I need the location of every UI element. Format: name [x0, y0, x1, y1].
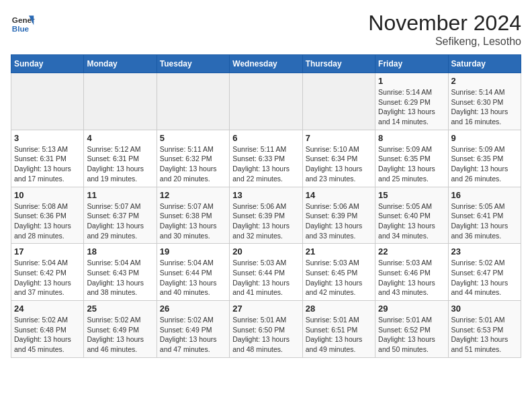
calendar-day-cell: 6Sunrise: 5:11 AMSunset: 6:33 PMDaylight…: [230, 130, 302, 187]
day-info: Sunrise: 5:09 AMSunset: 6:35 PMDaylight:…: [378, 144, 445, 184]
day-number: 27: [232, 304, 299, 314]
day-info: Sunrise: 5:07 AMSunset: 6:38 PMDaylight:…: [160, 201, 226, 241]
calendar-day-cell: 18Sunrise: 5:04 AMSunset: 6:43 PMDayligh…: [84, 244, 157, 301]
day-number: 17: [14, 246, 81, 257]
day-info: Sunrise: 5:03 AMSunset: 6:45 PMDaylight:…: [306, 258, 372, 298]
day-number: 25: [87, 304, 153, 314]
calendar-day-cell: 14Sunrise: 5:06 AMSunset: 6:39 PMDayligh…: [302, 187, 375, 244]
day-info: Sunrise: 5:10 AMSunset: 6:34 PMDaylight:…: [306, 144, 372, 184]
calendar-day-cell: 23Sunrise: 5:02 AMSunset: 6:47 PMDayligh…: [448, 244, 521, 301]
day-number: 6: [232, 133, 299, 143]
calendar-day-cell: 17Sunrise: 5:04 AMSunset: 6:42 PMDayligh…: [11, 244, 84, 301]
calendar-day-cell: 26Sunrise: 5:02 AMSunset: 6:49 PMDayligh…: [157, 301, 229, 358]
day-number: 23: [451, 246, 518, 257]
title-area: November 2024 Sefikeng, Lesotho: [368, 11, 521, 48]
day-info: Sunrise: 5:02 AMSunset: 6:49 PMDaylight:…: [87, 315, 153, 355]
day-number: 18: [87, 246, 153, 257]
calendar-day-cell: 7Sunrise: 5:10 AMSunset: 6:34 PMDaylight…: [302, 130, 375, 187]
weekday-header: Friday: [375, 55, 448, 73]
day-info: Sunrise: 5:01 AMSunset: 6:51 PMDaylight:…: [306, 315, 372, 355]
day-number: 5: [160, 133, 226, 143]
day-number: 20: [232, 246, 299, 257]
day-info: Sunrise: 5:07 AMSunset: 6:37 PMDaylight:…: [87, 201, 153, 241]
calendar-day-cell: 28Sunrise: 5:01 AMSunset: 6:51 PMDayligh…: [302, 301, 375, 358]
calendar-day-cell: 20Sunrise: 5:03 AMSunset: 6:44 PMDayligh…: [230, 244, 302, 301]
day-number: 29: [378, 304, 445, 314]
location-title: Sefikeng, Lesotho: [368, 36, 521, 48]
day-number: 26: [160, 304, 226, 314]
weekday-header: Thursday: [302, 55, 375, 73]
day-info: Sunrise: 5:11 AMSunset: 6:32 PMDaylight:…: [160, 144, 226, 184]
day-number: 14: [306, 190, 372, 200]
calendar-day-cell: 8Sunrise: 5:09 AMSunset: 6:35 PMDaylight…: [375, 130, 448, 187]
day-number: 16: [451, 190, 518, 200]
day-number: 4: [87, 133, 153, 143]
day-number: 8: [378, 133, 445, 143]
calendar-day-cell: 4Sunrise: 5:12 AMSunset: 6:31 PMDaylight…: [84, 130, 157, 187]
calendar-day-cell: 16Sunrise: 5:05 AMSunset: 6:41 PMDayligh…: [448, 187, 521, 244]
day-number: 3: [14, 133, 81, 143]
header: General Blue November 2024 Sefikeng, Les…: [11, 11, 521, 48]
calendar-day-cell: 19Sunrise: 5:04 AMSunset: 6:44 PMDayligh…: [157, 244, 229, 301]
day-info: Sunrise: 5:06 AMSunset: 6:39 PMDaylight:…: [232, 201, 299, 241]
calendar-day-cell: [84, 73, 157, 130]
weekday-header: Saturday: [448, 55, 521, 73]
calendar-week-row: 24Sunrise: 5:02 AMSunset: 6:48 PMDayligh…: [11, 301, 521, 358]
calendar-day-cell: 2Sunrise: 5:14 AMSunset: 6:30 PMDaylight…: [448, 73, 521, 130]
calendar-day-cell: [11, 73, 84, 130]
day-number: 21: [306, 246, 372, 257]
calendar-day-cell: [302, 73, 375, 130]
day-info: Sunrise: 5:01 AMSunset: 6:50 PMDaylight:…: [232, 315, 299, 355]
svg-text:Blue: Blue: [12, 24, 30, 33]
calendar-day-cell: 27Sunrise: 5:01 AMSunset: 6:50 PMDayligh…: [230, 301, 302, 358]
day-info: Sunrise: 5:12 AMSunset: 6:31 PMDaylight:…: [87, 144, 153, 184]
logo: General Blue: [11, 11, 38, 35]
day-info: Sunrise: 5:02 AMSunset: 6:49 PMDaylight:…: [160, 315, 226, 355]
calendar-day-cell: 21Sunrise: 5:03 AMSunset: 6:45 PMDayligh…: [302, 244, 375, 301]
calendar-day-cell: 3Sunrise: 5:13 AMSunset: 6:31 PMDaylight…: [11, 130, 84, 187]
day-number: 19: [160, 246, 226, 257]
day-number: 22: [378, 246, 445, 257]
calendar-day-cell: 24Sunrise: 5:02 AMSunset: 6:48 PMDayligh…: [11, 301, 84, 358]
calendar-week-row: 1Sunrise: 5:14 AMSunset: 6:29 PMDaylight…: [11, 73, 521, 130]
day-info: Sunrise: 5:05 AMSunset: 6:41 PMDaylight:…: [451, 201, 518, 241]
calendar-day-cell: 12Sunrise: 5:07 AMSunset: 6:38 PMDayligh…: [157, 187, 229, 244]
day-info: Sunrise: 5:02 AMSunset: 6:48 PMDaylight:…: [14, 315, 81, 355]
calendar-day-cell: 13Sunrise: 5:06 AMSunset: 6:39 PMDayligh…: [230, 187, 302, 244]
weekday-header: Sunday: [11, 55, 84, 73]
calendar-day-cell: 9Sunrise: 5:09 AMSunset: 6:35 PMDaylight…: [448, 130, 521, 187]
day-number: 2: [451, 76, 518, 86]
day-number: 10: [14, 190, 81, 200]
calendar-day-cell: 29Sunrise: 5:01 AMSunset: 6:52 PMDayligh…: [375, 301, 448, 358]
day-info: Sunrise: 5:11 AMSunset: 6:33 PMDaylight:…: [232, 144, 299, 184]
day-number: 13: [232, 190, 299, 200]
weekday-header: Tuesday: [157, 55, 229, 73]
calendar-week-row: 10Sunrise: 5:08 AMSunset: 6:36 PMDayligh…: [11, 187, 521, 244]
day-info: Sunrise: 5:14 AMSunset: 6:29 PMDaylight:…: [378, 87, 445, 127]
day-number: 11: [87, 190, 153, 200]
day-number: 30: [451, 304, 518, 314]
day-info: Sunrise: 5:09 AMSunset: 6:35 PMDaylight:…: [451, 144, 518, 184]
calendar-day-cell: 11Sunrise: 5:07 AMSunset: 6:37 PMDayligh…: [84, 187, 157, 244]
day-info: Sunrise: 5:04 AMSunset: 6:44 PMDaylight:…: [160, 258, 226, 298]
calendar-day-cell: 30Sunrise: 5:01 AMSunset: 6:53 PMDayligh…: [448, 301, 521, 358]
calendar-day-cell: 1Sunrise: 5:14 AMSunset: 6:29 PMDaylight…: [375, 73, 448, 130]
calendar-day-cell: 10Sunrise: 5:08 AMSunset: 6:36 PMDayligh…: [11, 187, 84, 244]
day-info: Sunrise: 5:02 AMSunset: 6:47 PMDaylight:…: [451, 258, 518, 298]
day-info: Sunrise: 5:04 AMSunset: 6:42 PMDaylight:…: [14, 258, 81, 298]
day-number: 7: [306, 133, 372, 143]
calendar-day-cell: 5Sunrise: 5:11 AMSunset: 6:32 PMDaylight…: [157, 130, 229, 187]
day-info: Sunrise: 5:05 AMSunset: 6:40 PMDaylight:…: [378, 201, 445, 241]
month-title: November 2024: [368, 11, 521, 36]
calendar-day-cell: 25Sunrise: 5:02 AMSunset: 6:49 PMDayligh…: [84, 301, 157, 358]
weekday-header: Monday: [84, 55, 157, 73]
day-info: Sunrise: 5:06 AMSunset: 6:39 PMDaylight:…: [306, 201, 372, 241]
logo-icon: General Blue: [11, 11, 35, 35]
day-info: Sunrise: 5:14 AMSunset: 6:30 PMDaylight:…: [451, 87, 518, 127]
day-info: Sunrise: 5:03 AMSunset: 6:44 PMDaylight:…: [232, 258, 299, 298]
day-info: Sunrise: 5:13 AMSunset: 6:31 PMDaylight:…: [14, 144, 81, 184]
calendar-table: SundayMondayTuesdayWednesdayThursdayFrid…: [11, 54, 521, 358]
day-info: Sunrise: 5:08 AMSunset: 6:36 PMDaylight:…: [14, 201, 81, 241]
day-number: 12: [160, 190, 226, 200]
day-number: 28: [306, 304, 372, 314]
